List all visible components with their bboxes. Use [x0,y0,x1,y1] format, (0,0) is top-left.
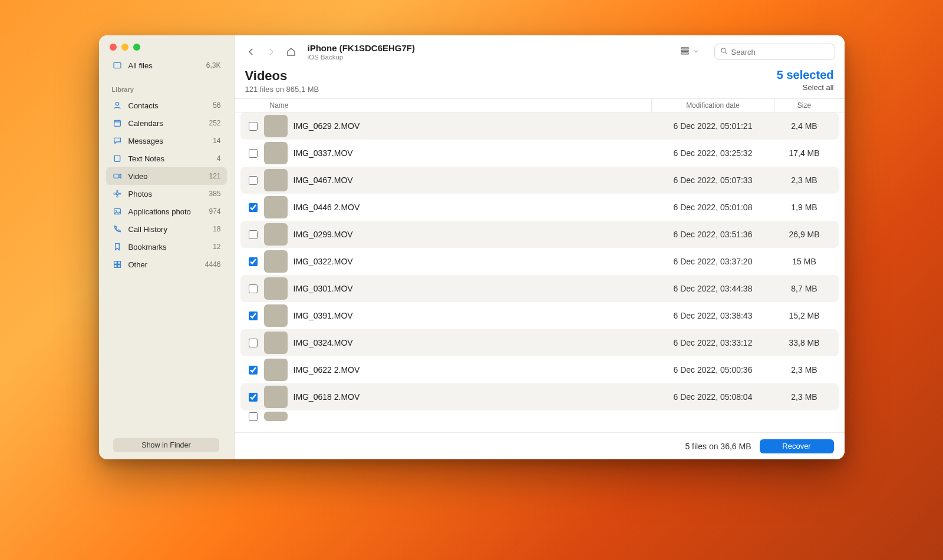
sidebar-item-applications-photo[interactable]: Applications photo 974 [106,203,227,220]
video-thumbnail [264,332,288,354]
table-row[interactable]: IMG_0622 2.MOV6 Dec 2022, 05:00:362,3 MB [240,356,839,383]
file-size: 2,3 MB [775,175,834,185]
file-modification-date: 6 Dec 2022, 05:08:04 [651,392,775,402]
footer: 5 files on 36,6 MB Recover [235,432,845,459]
search-field[interactable] [714,44,835,60]
table-row[interactable]: IMG_0391.MOV6 Dec 2022, 03:38:4315,2 MB [240,302,839,329]
file-size: 8,7 MB [775,284,834,293]
row-checkbox[interactable] [249,284,258,293]
recover-button[interactable]: Recover [760,439,834,453]
row-checkbox[interactable] [249,393,258,402]
sidebar-item-label: Calendars [128,119,209,128]
row-checkbox[interactable] [249,203,258,212]
sidebar-item-call-history[interactable]: Call History 18 [106,220,227,238]
table-header: Name Modification date Size [235,98,845,112]
select-all-button[interactable]: Select all [777,83,834,92]
page-title: Videos [245,68,319,84]
file-name: IMG_0301.MOV [294,284,651,293]
file-modification-date: 6 Dec 2022, 05:01:21 [651,121,775,131]
sidebar-item-contacts[interactable]: Contacts 56 [106,97,227,114]
table-row[interactable]: IMG_0322.MOV6 Dec 2022, 03:37:2015 MB [240,248,839,275]
close-window-button[interactable] [110,44,117,51]
row-checkbox[interactable] [249,257,258,266]
svg-rect-0 [114,62,121,68]
file-name: IMG_0322.MOV [294,257,651,266]
row-checkbox[interactable] [249,312,258,320]
table-row[interactable]: IMG_0629 2.MOV6 Dec 2022, 05:01:212,4 MB [240,112,839,140]
svg-point-8 [116,195,118,197]
minimize-window-button[interactable] [121,44,128,51]
selection-summary: 5 files on 36,6 MB [685,442,751,451]
sidebar-section-header: Library [99,79,234,97]
column-header-modification[interactable]: Modification date [651,99,775,112]
table-row[interactable]: IMG_0467.MOV6 Dec 2022, 05:07:332,3 MB [240,167,839,194]
svg-point-7 [116,190,118,192]
selection-count: 5 selected [777,68,834,82]
sidebar-item-label: Call History [128,225,213,234]
column-header-size[interactable]: Size [775,101,834,110]
file-size: 1,9 MB [775,203,834,212]
view-mode-button[interactable] [675,43,704,61]
zoom-window-button[interactable] [133,44,140,51]
sidebar-item-calendars[interactable]: Calendars 252 [106,114,227,132]
sidebar-item-bookmarks[interactable]: Bookmarks 12 [106,238,227,256]
file-name: IMG_0629 2.MOV [294,121,651,131]
file-modification-date: 6 Dec 2022, 03:38:43 [651,311,775,320]
nav-forward-button[interactable] [264,45,278,59]
sidebar-item-text-notes[interactable]: Text Notes 4 [106,150,227,167]
row-checkbox[interactable] [249,176,258,185]
row-checkbox[interactable] [249,230,258,239]
video-thumbnail [264,359,288,381]
sidebar-item-count: 121 [209,172,220,180]
table-row[interactable] [240,410,839,422]
file-modification-date: 6 Dec 2022, 03:51:36 [651,230,775,239]
sidebar-item-messages[interactable]: Messages 14 [106,132,227,150]
sidebar-item-photos[interactable]: Photos 385 [106,185,227,203]
svg-rect-2 [114,120,120,126]
search-input[interactable] [731,48,830,57]
table-row[interactable]: IMG_0337.MOV6 Dec 2022, 03:25:3217,4 MB [240,140,839,167]
sidebar-item-count: 974 [209,207,220,216]
file-modification-date: 6 Dec 2022, 05:07:33 [651,175,775,185]
file-modification-date: 6 Dec 2022, 03:37:20 [651,257,775,266]
device-title: iPhone (FK1SDC6EHG7F) [308,43,416,53]
video-thumbnail [264,142,288,164]
show-in-finder-button[interactable]: Show in Finder [113,438,219,452]
file-modification-date: 6 Dec 2022, 03:33:12 [651,338,775,347]
svg-rect-4 [114,155,120,162]
content-header: Videos 121 files on 865,1 MB 5 selected … [235,68,845,98]
bookmark-icon [112,241,123,252]
svg-point-20 [721,48,725,52]
sidebar-item-other[interactable]: Other 4446 [106,256,227,273]
sidebar-item-all-files[interactable]: All files 6,3K [106,57,227,74]
row-checkbox[interactable] [249,412,258,421]
svg-rect-18 [681,50,688,51]
row-checkbox[interactable] [249,149,258,158]
table-row[interactable]: IMG_0301.MOV6 Dec 2022, 03:44:388,7 MB [240,275,839,302]
column-header-name[interactable]: Name [266,101,651,110]
video-thumbnail [264,304,288,327]
file-size: 15,2 MB [775,311,834,320]
file-modification-date: 6 Dec 2022, 05:00:36 [651,365,775,375]
file-name: IMG_0299.MOV [294,230,651,239]
sidebar-item-count: 14 [213,137,220,145]
row-checkbox[interactable] [249,122,258,131]
svg-rect-17 [681,48,688,49]
table-row[interactable]: IMG_0446 2.MOV6 Dec 2022, 05:01:081,9 MB [240,194,839,221]
table-row[interactable]: IMG_0299.MOV6 Dec 2022, 03:51:3626,9 MB [240,221,839,248]
sidebar-item-video[interactable]: Video 121 [106,167,227,185]
file-size: 2,3 MB [775,365,834,375]
person-icon [112,100,123,111]
file-list[interactable]: IMG_0629 2.MOV6 Dec 2022, 05:01:212,4 MB… [235,112,845,432]
file-size: 2,3 MB [775,392,834,402]
row-checkbox[interactable] [249,339,258,347]
svg-rect-5 [114,174,119,178]
row-checkbox[interactable] [249,366,258,375]
video-thumbnail [264,115,288,137]
nav-home-button[interactable] [284,45,298,59]
nav-back-button[interactable] [244,45,258,59]
table-row[interactable]: IMG_0618 2.MOV6 Dec 2022, 05:08:042,3 MB [240,383,839,410]
video-thumbnail [264,169,288,191]
table-row[interactable]: IMG_0324.MOV6 Dec 2022, 03:33:1233,8 MB [240,329,839,356]
image-icon [112,206,123,217]
